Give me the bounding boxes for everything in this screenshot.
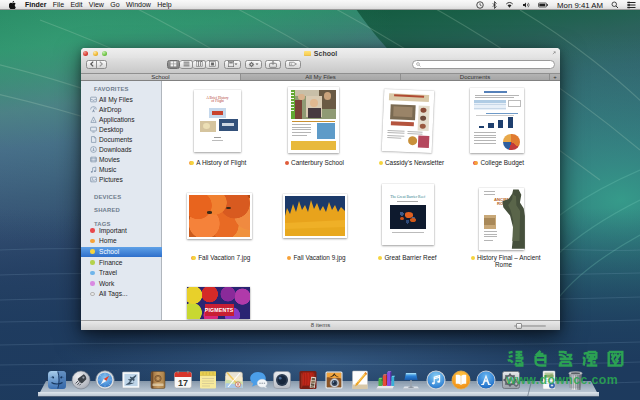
svg-text:17: 17 <box>177 378 187 388</box>
